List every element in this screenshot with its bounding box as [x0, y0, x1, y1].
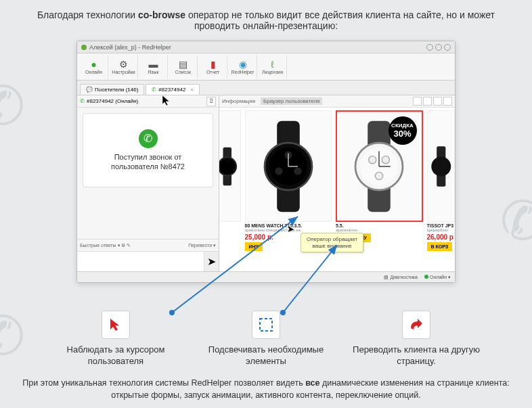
svg-point-16 [376, 172, 383, 179]
app-window: Алексей (alex_p) - RedHelper ●Онлайн ⚙На… [76, 41, 456, 283]
globe-icon: ◉ [239, 59, 247, 70]
product-name: TISSOT JP3 [427, 223, 456, 228]
diagnostics-link[interactable]: ▧ Диагностика [384, 275, 418, 280]
window-title: Алексей (alex_p) - RedHelper [89, 44, 171, 51]
tab-info[interactable]: Информация [222, 98, 255, 104]
footer-description: При этом уникальная технология системы R… [0, 378, 532, 401]
phone-icon: ✆ [80, 98, 85, 104]
statusbar: ▧ Диагностика Онлайн ▾ [77, 271, 455, 282]
send-button[interactable]: ➤ [204, 252, 219, 271]
cobrowse-panel: Информация Браузер пользователя [219, 95, 455, 271]
svg-rect-25 [260, 319, 272, 331]
close-tab-icon[interactable]: × [190, 87, 194, 93]
svg-point-7 [275, 167, 282, 175]
phone-circle-icon: ✆ [139, 129, 158, 148]
svg-point-15 [382, 156, 389, 163]
toolbar-language[interactable]: ▬Язык [139, 55, 168, 78]
toolbar: ●Онлайн ⚙Настройки ▬Язык ▤Список ▮Отчет … [77, 53, 455, 81]
browser-tool-4[interactable] [443, 97, 452, 106]
tab-bar: 💬Посетители (146) ✆#82374942× [77, 81, 455, 95]
bg-phone-icon: ✆ [500, 189, 532, 252]
svg-point-2 [220, 158, 236, 174]
toolbar-settings[interactable]: ⚙Настройки [110, 55, 138, 78]
toolbar-license[interactable]: ℓЛицензия [259, 55, 287, 78]
product-price: 26,000 р [427, 233, 456, 241]
bg-phone-icon: ✆ [0, 74, 25, 137]
browser-tool-3[interactable] [433, 97, 442, 106]
tab-session[interactable]: ✆#82374942× [146, 84, 200, 95]
chat-icon: 💬 [86, 87, 93, 93]
toolbar-list[interactable]: ▤Список [169, 55, 198, 78]
user-button[interactable]: ▯ [206, 97, 216, 106]
tab-visitors[interactable]: 💬Посетители (146) [80, 84, 144, 95]
window-controls [426, 44, 451, 51]
redirect-arrow-icon [402, 311, 430, 339]
watch-image [219, 119, 240, 214]
online-icon: ● [91, 59, 96, 70]
session-id: #82374942 (Онлайн) [87, 98, 138, 104]
svg-point-14 [369, 156, 376, 163]
sale-badge: СКИДКА30% [389, 116, 417, 145]
quick-replies[interactable]: Быстрые ответы ▾ ⚙ ✎ [80, 243, 131, 248]
operator-cursor-icon [162, 95, 173, 107]
maximize-button[interactable] [435, 44, 442, 51]
highlighted-product: СКИДКА30% [336, 110, 422, 222]
product-name: 5.5. [336, 223, 422, 228]
feature-highlight: Подсвечивать необходимые элементы [202, 311, 330, 367]
incoming-call-card: ✆ Поступил звонок отпользователя №8472 [83, 113, 213, 187]
client-cursor-icon: ➤ [287, 224, 294, 234]
flag-icon: ▬ [149, 59, 158, 70]
toolbar-report[interactable]: ▮Отчет [199, 55, 227, 78]
highlight-box-icon [252, 311, 280, 339]
watch-image [428, 119, 455, 214]
add-to-cart-button[interactable]: ИНУ [245, 242, 263, 251]
app-status-dot [81, 45, 87, 50]
key-icon: ℓ [271, 59, 274, 70]
watch-image [258, 119, 319, 214]
gear-icon: ⚙ [119, 59, 128, 70]
features-row: Наблюдать за курсором пользователя Подсв… [0, 311, 532, 367]
header-description: Благодаря технологии co-browse оператор … [0, 0, 532, 35]
phone-icon: ✆ [152, 87, 156, 93]
minimize-button[interactable] [426, 44, 433, 51]
svg-point-20 [431, 156, 451, 176]
status-online[interactable]: Онлайн ▾ [424, 275, 451, 280]
titlebar: Алексей (alex_p) - RedHelper [77, 41, 455, 53]
transfer-button[interactable]: Перевести ▾ [188, 243, 216, 248]
tab-browser[interactable]: Браузер пользователя [261, 97, 322, 105]
chat-panel: ✆ #82374942 (Онлайн) ▯ ✆ Поступил звонок… [77, 95, 219, 271]
toolbar-online[interactable]: ●Онлайн [80, 55, 108, 78]
toolbar-redhelper[interactable]: ◉RedHelper [229, 55, 257, 78]
browser-tool-1[interactable] [413, 97, 422, 106]
feature-cursor: Наблюдать за курсором пользователя [51, 311, 180, 367]
list-icon: ▤ [179, 59, 187, 70]
message-input[interactable] [77, 252, 204, 271]
client-browser-view: 00 MENS WATCH T15.3.5. зработаны специал… [219, 108, 455, 271]
product-desc: эригинальн... [336, 228, 422, 232]
report-icon: ▮ [210, 59, 216, 70]
svg-point-8 [294, 167, 301, 175]
cursor-track-icon [102, 311, 130, 339]
add-to-cart-button[interactable]: В КОРЗ [427, 242, 453, 251]
browser-tool-2[interactable] [423, 97, 432, 106]
feature-redirect: Переводить клиента на другую страницу. [352, 311, 481, 367]
operator-tooltip: Оператор обращаетваше внимание [301, 233, 363, 252]
product-desc: Циферблат [427, 228, 456, 232]
close-button[interactable] [444, 44, 451, 51]
